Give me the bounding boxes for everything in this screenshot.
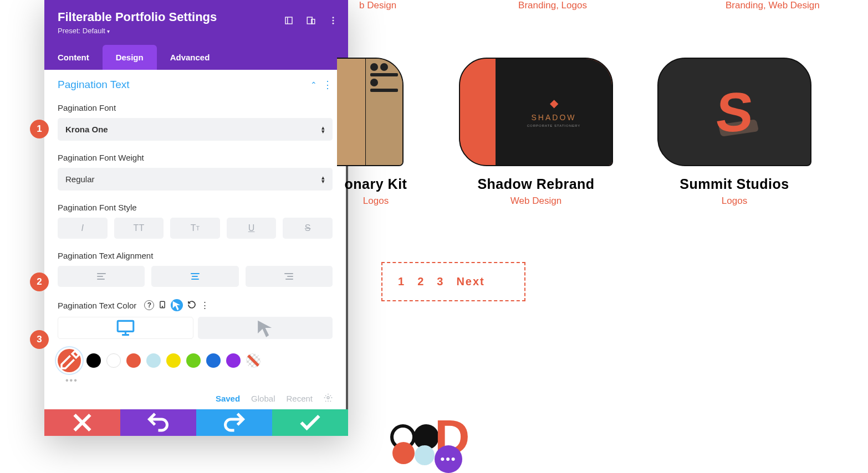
tablet-icon[interactable] [159, 300, 166, 311]
card-title: Shadow Rebrand [459, 176, 613, 192]
font-value: Krona One [65, 125, 108, 134]
weight-select[interactable]: Regular [58, 168, 333, 191]
step-badge-3: 3 [30, 330, 49, 349]
hover-icon[interactable] [171, 299, 183, 311]
caret-icon [321, 176, 325, 183]
category-link[interactable]: Branding, Logos [518, 0, 587, 11]
font-select[interactable]: Krona One [58, 118, 333, 141]
section-title[interactable]: Pagination Text [58, 79, 130, 91]
help-icon[interactable]: ? [144, 300, 154, 310]
align-center-button[interactable] [151, 266, 238, 287]
field-more-icon[interactable]: ⋮ [201, 300, 209, 310]
category-link[interactable]: Branding, Web Design [726, 0, 820, 11]
chevron-up-icon[interactable]: ⌃ [310, 80, 317, 89]
tab-content[interactable]: Content [44, 45, 103, 70]
settings-panel: Filterable Portfolio Settings Preset: De… [44, 0, 348, 436]
page-link[interactable]: 1 [398, 275, 405, 288]
hover-state-button[interactable] [198, 317, 333, 339]
section-more-icon[interactable]: ⋮ [323, 79, 333, 91]
category-link[interactable]: b Design [359, 0, 396, 11]
card-category[interactable]: Web Design [459, 196, 613, 207]
card-title: Summit Studios [657, 176, 811, 192]
floating-action-button[interactable]: ••• [435, 445, 462, 473]
more-swatches-icon[interactable]: ••• [65, 376, 333, 385]
swatch-orange[interactable] [126, 353, 141, 368]
swatch-black[interactable] [86, 353, 101, 368]
align-left-button[interactable] [58, 266, 145, 287]
gear-icon[interactable] [324, 393, 333, 404]
panel-header[interactable]: Filterable Portfolio Settings Preset: De… [44, 0, 348, 45]
tab-advanced[interactable]: Advanced [157, 45, 223, 70]
svg-rect-0 [285, 17, 292, 24]
color-label: Pagination Text Color ? ⋮ [58, 299, 333, 311]
card-thumbnail [337, 58, 404, 166]
undo-button[interactable] [120, 409, 196, 436]
expand-icon[interactable] [284, 16, 294, 25]
card-thumbnail: ◆SHADOWCORPORATE STATIONERY [459, 58, 613, 166]
svg-point-7 [162, 306, 163, 306]
swatch-lightblue[interactable] [146, 353, 161, 368]
next-link[interactable]: Next [456, 275, 484, 288]
style-label: Pagination Font Style [58, 203, 333, 212]
svg-point-3 [333, 17, 334, 18]
strikethrough-button[interactable]: S [283, 218, 333, 239]
card-thumbnail: S [657, 58, 811, 166]
footer-logo: D ••• [390, 418, 470, 456]
more-icon[interactable] [328, 16, 338, 25]
swatch-yellow[interactable] [166, 353, 181, 368]
swatch-green[interactable] [186, 353, 201, 368]
step-badge-2: 2 [30, 273, 49, 291]
desktop-button[interactable] [58, 317, 193, 339]
italic-button[interactable]: I [58, 218, 108, 239]
weight-label: Pagination Font Weight [58, 153, 333, 162]
save-button[interactable] [272, 409, 348, 436]
svg-point-4 [333, 20, 334, 22]
underline-button[interactable]: U [227, 218, 277, 239]
weight-value: Regular [65, 174, 95, 184]
cancel-button[interactable] [44, 409, 120, 436]
portfolio-card[interactable]: ◆SHADOWCORPORATE STATIONERY Shadow Rebra… [459, 58, 613, 207]
color-label-text: Pagination Text Color [58, 301, 136, 310]
font-label: Pagination Font [58, 103, 333, 112]
preview-area: b Design Branding, Logos Branding, Web D… [348, 0, 868, 473]
card-category[interactable]: Logos [657, 196, 811, 207]
tabs: Content Design Advanced [44, 45, 348, 70]
svg-point-5 [333, 23, 334, 24]
svg-point-9 [327, 397, 329, 399]
recent-tab[interactable]: Recent [286, 394, 313, 403]
saved-tab[interactable]: Saved [216, 394, 240, 403]
page-link[interactable]: 3 [437, 275, 444, 288]
align-label: Pagination Text Alignment [58, 251, 333, 260]
card-category[interactable]: Logos [337, 196, 415, 207]
responsive-icon[interactable] [306, 16, 316, 25]
pagination: 1 2 3 Next [381, 262, 525, 301]
uppercase-button[interactable]: TT [114, 218, 164, 239]
portfolio-card[interactable]: S Summit Studios Logos [657, 58, 811, 207]
card-title: onary Kit [337, 176, 415, 192]
panel-body[interactable]: Pagination Text ⌃ ⋮ Pagination Font Kron… [44, 70, 348, 409]
tab-design[interactable]: Design [103, 45, 157, 70]
reset-icon[interactable] [187, 300, 196, 311]
swatch-blue[interactable] [206, 353, 221, 368]
preset-selector[interactable]: Preset: Default [58, 27, 335, 35]
swatch-transparent[interactable] [246, 353, 261, 368]
smallcaps-button[interactable]: TT [170, 218, 220, 239]
portfolio-card[interactable]: onary Kit Logos [337, 58, 415, 207]
brand-text: SHADOW [532, 113, 576, 122]
page-link[interactable]: 2 [417, 275, 425, 288]
step-badge-1: 1 [30, 120, 49, 138]
caret-icon [321, 126, 325, 133]
swatch-purple[interactable] [226, 353, 241, 368]
swatch-white[interactable] [106, 353, 121, 368]
svg-rect-8 [118, 321, 134, 331]
global-tab[interactable]: Global [251, 394, 275, 403]
redo-button[interactable] [196, 409, 272, 436]
align-right-button[interactable] [246, 266, 333, 287]
color-picker-button[interactable] [58, 349, 81, 372]
